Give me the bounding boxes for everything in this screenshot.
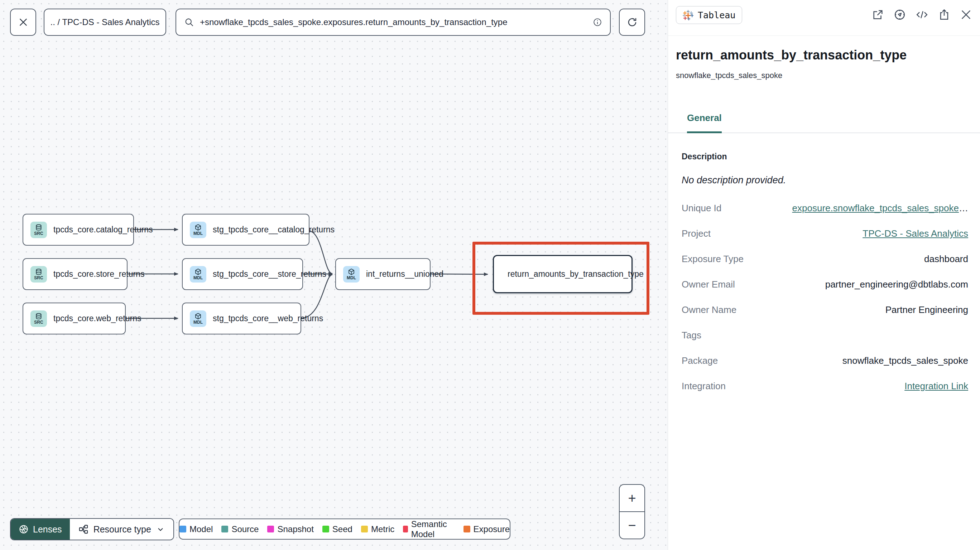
share-button[interactable] bbox=[938, 9, 950, 21]
legend-item-semantic-model: Semantic Model bbox=[403, 519, 455, 539]
database-icon bbox=[35, 269, 42, 275]
project-link[interactable]: TPC-DS - Sales Analytics bbox=[862, 228, 968, 239]
metric-swatch bbox=[361, 526, 368, 533]
unique-id-link[interactable]: exposure.snowflake_tpcds_sales_spoke bbox=[792, 203, 959, 213]
node-label: stg_tpcds_core__catalog_returns bbox=[213, 225, 334, 235]
model-resource-badge: MDL bbox=[190, 310, 206, 327]
resource-title: return_amounts_by_transaction_type bbox=[676, 48, 907, 63]
database-icon bbox=[35, 224, 42, 231]
code-icon bbox=[916, 9, 928, 21]
external-link-icon bbox=[872, 9, 884, 21]
legend-item-exposure: Exposure bbox=[463, 524, 510, 534]
graph-node-stg-catalog-returns[interactable]: MDL stg_tpcds_core__catalog_returns bbox=[182, 214, 309, 246]
close-icon bbox=[18, 17, 28, 27]
description-empty-text: No description provided. bbox=[682, 175, 786, 186]
model-swatch bbox=[180, 526, 186, 533]
panel-header-actions bbox=[872, 9, 972, 21]
tab-general[interactable]: General bbox=[687, 113, 722, 133]
panel-tabbar: General bbox=[668, 107, 980, 133]
chevron-down-icon bbox=[156, 525, 165, 534]
detail-fields: Unique Id exposure.snowflake_tpcds_sales… bbox=[668, 196, 980, 399]
resource-legend: Model Source Snapshot Seed Metric Semant… bbox=[179, 518, 511, 540]
graph-node-stg-store-returns[interactable]: MDL stg_tpcds_core__store_returns bbox=[182, 258, 303, 290]
node-label: return_amounts_by_transaction_type bbox=[508, 269, 644, 279]
node-label: int_returns__unioned bbox=[366, 269, 444, 279]
source-swatch bbox=[221, 526, 228, 533]
field-row-owner-email: Owner Email partner_engineering@dbtlabs.… bbox=[668, 272, 980, 297]
graph-node-int-returns-unioned[interactable]: MDL int_returns__unioned bbox=[335, 258, 431, 290]
field-row-exposure-type: Exposure Type dashboard bbox=[668, 246, 980, 272]
breadcrumb[interactable]: .. / TPC-DS - Sales Analytics bbox=[44, 9, 166, 36]
node-label: tpcds_core.catalog_returns bbox=[53, 225, 153, 235]
source-resource-badge: SRC bbox=[30, 222, 47, 238]
tableau-source-chip[interactable]: Tableau bbox=[676, 6, 742, 24]
panel-header: Tableau bbox=[668, 0, 980, 36]
owner-email-value: partner_engineering@dbtlabs.com bbox=[825, 279, 968, 290]
cube-icon bbox=[348, 268, 355, 275]
graph-node-stg-web-returns[interactable]: MDL stg_tpcds_core__web_returns bbox=[182, 302, 301, 334]
cube-icon bbox=[194, 268, 202, 275]
graph-node-source-catalog-returns[interactable]: SRC tpcds_core.catalog_returns bbox=[22, 214, 134, 246]
field-row-project: Project TPC-DS - Sales Analytics bbox=[668, 221, 980, 246]
node-label: stg_tpcds_core__web_returns bbox=[213, 314, 323, 323]
zoom-in-button[interactable]: + bbox=[620, 485, 644, 512]
compass-icon bbox=[894, 9, 906, 21]
owner-name-value: Partner Engineering bbox=[885, 304, 968, 315]
legend-item-seed: Seed bbox=[322, 524, 352, 534]
explore-button[interactable] bbox=[894, 9, 906, 21]
view-code-button[interactable] bbox=[916, 9, 928, 21]
package-value: snowflake_tpcds_sales_spoke bbox=[842, 355, 968, 366]
seed-swatch bbox=[322, 526, 329, 533]
description-heading: Description bbox=[682, 152, 727, 162]
legend-item-metric: Metric bbox=[361, 524, 395, 534]
zoom-control: + − bbox=[619, 484, 645, 539]
close-lineage-button[interactable] bbox=[10, 9, 36, 36]
legend-item-snapshot: Snapshot bbox=[267, 524, 313, 534]
graph-node-exposure-selected[interactable]: return_amounts_by_transaction_type bbox=[493, 255, 633, 293]
tableau-icon bbox=[683, 10, 694, 21]
cube-icon bbox=[194, 224, 202, 231]
graph-node-source-web-returns[interactable]: SRC tpcds_core.web_returns bbox=[22, 302, 126, 334]
unique-id-value: exposure.snowflake_tpcds_sales_spoke… bbox=[792, 203, 968, 214]
resource-package-subtitle: snowflake_tpcds_sales_spoke bbox=[676, 71, 782, 80]
model-resource-badge: MDL bbox=[190, 222, 206, 238]
snapshot-swatch bbox=[267, 526, 274, 533]
lens-control-group: Lenses Resource type bbox=[10, 518, 174, 540]
graph-node-source-store-returns[interactable]: SRC tpcds_core.store_returns bbox=[22, 258, 127, 290]
exposure-swatch bbox=[463, 526, 470, 533]
info-icon[interactable] bbox=[593, 17, 602, 27]
cube-icon bbox=[194, 313, 202, 320]
lenses-button[interactable]: Lenses bbox=[11, 519, 70, 540]
field-row-package: Package snowflake_tpcds_sales_spoke bbox=[668, 348, 980, 374]
refresh-icon bbox=[627, 17, 638, 27]
resource-type-dropdown[interactable]: Resource type bbox=[70, 519, 173, 540]
source-resource-badge: SRC bbox=[30, 310, 47, 327]
field-row-integration: Integration Integration Link bbox=[668, 374, 980, 399]
exposure-type-value: dashboard bbox=[924, 254, 968, 265]
close-panel-button[interactable] bbox=[960, 9, 972, 21]
aperture-icon bbox=[19, 524, 29, 534]
refresh-lineage-button[interactable] bbox=[619, 9, 645, 36]
node-label: tpcds_core.web_returns bbox=[53, 314, 141, 323]
resource-type-icon bbox=[78, 524, 89, 534]
legend-item-model: Model bbox=[180, 524, 213, 534]
details-panel: Tableau return_amounts_by_transaction_ty… bbox=[668, 0, 980, 550]
open-external-button[interactable] bbox=[872, 9, 884, 21]
database-icon bbox=[35, 313, 42, 320]
model-resource-badge: MDL bbox=[343, 266, 360, 283]
node-label: stg_tpcds_core__store_returns bbox=[213, 269, 326, 279]
lineage-canvas[interactable]: SRC tpcds_core.catalog_returns SRC tpcds… bbox=[0, 0, 668, 550]
zoom-out-button[interactable]: − bbox=[620, 512, 644, 539]
legend-item-source: Source bbox=[221, 524, 259, 534]
share-icon bbox=[938, 9, 950, 21]
model-resource-badge: MDL bbox=[190, 266, 206, 283]
semantic-model-swatch bbox=[403, 526, 407, 533]
close-icon bbox=[960, 9, 972, 21]
search-icon bbox=[184, 17, 194, 27]
lineage-search[interactable] bbox=[175, 9, 611, 36]
node-label: tpcds_core.store_returns bbox=[53, 269, 144, 279]
source-resource-badge: SRC bbox=[30, 266, 47, 283]
field-row-owner-name: Owner Name Partner Engineering bbox=[668, 297, 980, 323]
integration-link[interactable]: Integration Link bbox=[904, 381, 968, 392]
search-input[interactable] bbox=[200, 17, 587, 27]
